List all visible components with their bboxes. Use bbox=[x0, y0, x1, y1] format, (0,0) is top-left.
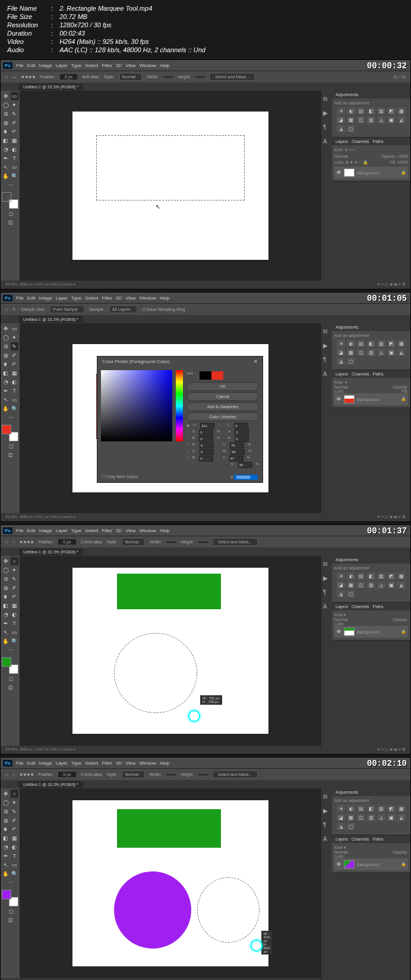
screenmode-icon[interactable]: ⊡ bbox=[2, 218, 20, 227]
h-input[interactable] bbox=[200, 423, 214, 429]
color-picker-dialog: Color Picker (Foreground Color)✕ new OK … bbox=[97, 356, 263, 483]
home-icon[interactable]: ⌂ bbox=[5, 75, 8, 79]
paths-tab[interactable]: Paths bbox=[373, 139, 384, 144]
layer-background[interactable]: 👁 Background 🔒 bbox=[334, 167, 408, 179]
timestamp: 00:01:05 bbox=[367, 294, 407, 303]
search-icon[interactable]: ⊡ ⌕ ⊡ bbox=[394, 75, 406, 79]
menu-edit[interactable]: Edit bbox=[27, 63, 36, 68]
statusbar: 33.33% 1890 px x 1417 px (118.11 ppcm) ▸… bbox=[1, 281, 410, 289]
purple-circle bbox=[114, 871, 191, 949]
video-frame-3: 00:01:37 PsFileEditImageLayerTypeSelectF… bbox=[0, 524, 411, 755]
crop-tool[interactable]: ⧉ bbox=[2, 110, 10, 118]
type-tool[interactable]: T bbox=[11, 154, 19, 163]
sample-size-dropdown[interactable]: Point Sample bbox=[50, 306, 84, 313]
blur-tool[interactable]: ◔ bbox=[2, 145, 10, 154]
menu-select[interactable]: Select bbox=[85, 63, 98, 68]
size-tooltip: W : 751 pxH : 703 px bbox=[200, 695, 222, 705]
character-icon[interactable]: A bbox=[323, 138, 330, 145]
menu-type[interactable]: Type bbox=[71, 63, 81, 68]
channels-tab[interactable]: Channels bbox=[352, 139, 369, 144]
marquee-tool[interactable]: ▭ bbox=[11, 92, 19, 100]
color-swatches[interactable] bbox=[2, 192, 18, 209]
gradient-tool[interactable]: ▦ bbox=[11, 136, 19, 145]
path-tool[interactable]: ↖ bbox=[2, 163, 10, 171]
timestamp: 00:01:37 bbox=[367, 526, 407, 536]
options-bar: ⌂ ▭ ■ ■ ■ ■ Feather: 0 px Anti-alias Sty… bbox=[1, 71, 410, 82]
color-libraries-button[interactable]: Color Libraries bbox=[186, 412, 259, 421]
layers-tab[interactable]: Layers bbox=[336, 139, 348, 144]
ok-button[interactable]: OK bbox=[186, 382, 259, 391]
timestamp: 00:00:32 bbox=[367, 61, 407, 71]
dodge-tool[interactable]: ◐ bbox=[11, 145, 19, 154]
video-frame-2: 00:01:05 Ps FileEditImageLayerTypeSelect… bbox=[0, 292, 411, 522]
play-icon[interactable]: ▶ bbox=[323, 110, 330, 117]
marquee-icon[interactable]: ▭ bbox=[12, 75, 17, 79]
menu-file[interactable]: File bbox=[16, 63, 24, 68]
eraser-tool[interactable]: ◧ bbox=[2, 136, 10, 145]
add-swatches-button[interactable]: Add to Swatches bbox=[186, 402, 259, 411]
lasso-tool[interactable]: ◯ bbox=[2, 101, 10, 109]
video-frame-1: 00:00:32 Ps File Edit Image Layer Type S… bbox=[0, 59, 411, 289]
heal-tool[interactable]: ◍ bbox=[2, 119, 10, 127]
cursor-ring bbox=[251, 940, 263, 952]
cursor-icon: ↖ bbox=[156, 203, 160, 210]
feather-input[interactable]: 0 px bbox=[60, 74, 77, 79]
eyedropper-tool[interactable]: ✎ bbox=[11, 110, 19, 118]
quickmask-icon[interactable]: ◻ bbox=[2, 209, 20, 218]
hue-slider[interactable] bbox=[176, 370, 183, 441]
sample-dropdown[interactable]: All Layers bbox=[109, 306, 137, 313]
visibility-icon[interactable]: 👁 bbox=[336, 170, 342, 176]
select-mask-button[interactable]: Select and Mask... bbox=[210, 73, 255, 81]
hand-tool[interactable]: ✋ bbox=[2, 172, 10, 180]
menu-3d[interactable]: 3D bbox=[116, 63, 122, 68]
menubar: Ps FileEditImageLayerTypeSelectFilter3DV… bbox=[1, 292, 410, 303]
timestamp: 00:02:10 bbox=[367, 759, 407, 768]
stamp-tool[interactable]: ⧯ bbox=[2, 128, 10, 136]
file-metadata: File Name: 2. Rectangle Marquee Tool.mp4… bbox=[0, 0, 411, 59]
menu-help[interactable]: Help bbox=[160, 63, 169, 68]
green-rectangle bbox=[117, 574, 221, 609]
document-tab[interactable]: Untitled-1 @ 33.3% (RGB/8) * bbox=[18, 84, 83, 90]
color-field[interactable] bbox=[101, 370, 172, 441]
shape-tool[interactable]: ▭ bbox=[11, 163, 19, 171]
move-tool[interactable]: ✥ bbox=[2, 92, 10, 100]
elliptical-marquee bbox=[197, 877, 260, 943]
cursor-ring bbox=[188, 710, 200, 722]
history-icon[interactable]: ⧉ bbox=[323, 96, 330, 103]
menu-layer[interactable]: Layer bbox=[56, 63, 68, 68]
style-dropdown[interactable]: Normal bbox=[119, 73, 143, 81]
rectangular-marquee bbox=[96, 135, 245, 201]
hex-input[interactable] bbox=[234, 475, 258, 480]
menu-window[interactable]: Window bbox=[140, 63, 156, 68]
menu-image[interactable]: Image bbox=[39, 63, 52, 68]
close-icon[interactable]: ✕ bbox=[254, 359, 258, 364]
elliptical-marquee bbox=[114, 633, 197, 713]
panels: ⧉ ▶ ¶ A Adjustments Add an adjustment ☀◐… bbox=[321, 91, 410, 281]
pen-tool[interactable]: ✒ bbox=[2, 154, 10, 163]
brush-tool[interactable]: ✐ bbox=[11, 119, 19, 127]
menubar: Ps File Edit Image Layer Type Select Fil… bbox=[1, 60, 410, 71]
ps-logo: Ps bbox=[3, 62, 12, 69]
paragraph-icon[interactable]: ¶ bbox=[323, 124, 330, 131]
menu-filter[interactable]: Filter bbox=[102, 63, 112, 68]
size-tooltip: W : 570 pxH : 606 px bbox=[261, 931, 272, 954]
green-rectangle bbox=[117, 809, 221, 848]
wand-tool[interactable]: ✦ bbox=[11, 101, 19, 109]
toolbox: ✥▭ ◯✦ ⧉✎ ◍✐ ⧯↶ ◧▦ ◔◐ ✒T ↖▭ ✋🔍 ⋯ ◻ ⊡ bbox=[1, 91, 20, 281]
video-frame-4: 00:02:10 PsFileEditImageLayerTypeSelectF… bbox=[0, 757, 411, 980]
cancel-button[interactable]: Cancel bbox=[186, 392, 259, 401]
history-tool[interactable]: ↶ bbox=[11, 128, 19, 136]
lock-icon: 🔒 bbox=[401, 170, 406, 175]
zoom-tool[interactable]: 🔍 bbox=[11, 172, 19, 180]
canvas-area[interactable]: ↖ bbox=[20, 91, 321, 281]
adjustments-tab[interactable]: Adjustments bbox=[336, 93, 359, 97]
menu-view[interactable]: View bbox=[125, 63, 135, 68]
